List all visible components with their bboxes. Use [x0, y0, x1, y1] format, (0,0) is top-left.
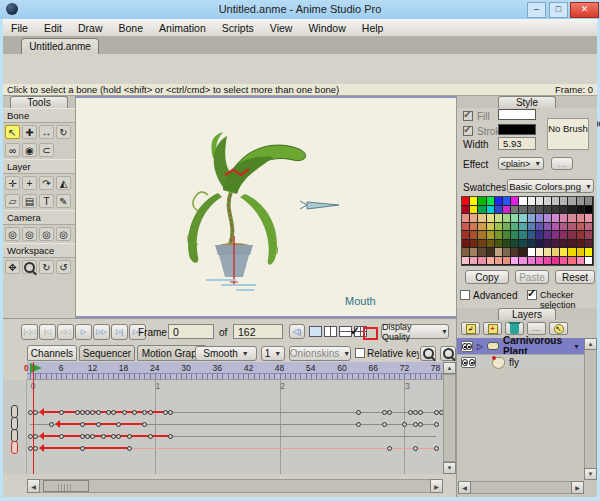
- current-frame-input[interactable]: 0: [168, 324, 214, 339]
- keyframe-dot[interactable]: [80, 422, 85, 427]
- swatch[interactable]: [552, 240, 560, 249]
- swatch[interactable]: [503, 231, 511, 240]
- timeline-scroll-down-arrow[interactable]: ▼: [443, 462, 456, 474]
- swatch[interactable]: [560, 214, 568, 223]
- keyframe-dot[interactable]: [434, 446, 439, 451]
- swatch[interactable]: [462, 206, 470, 215]
- effect-more-button[interactable]: ...: [551, 157, 573, 170]
- timeline-scroll-up-arrow[interactable]: ▲: [443, 362, 456, 374]
- swatch[interactable]: [487, 206, 495, 215]
- minimize-button[interactable]: –: [527, 2, 546, 18]
- keyframe-dot[interactable]: [59, 434, 64, 439]
- swatch[interactable]: [568, 197, 576, 206]
- swatch[interactable]: [552, 206, 560, 215]
- flip-layer-tool[interactable]: ◭: [56, 176, 71, 190]
- swatch[interactable]: [519, 248, 527, 257]
- swatch[interactable]: [462, 214, 470, 223]
- swatch[interactable]: [568, 248, 576, 257]
- scroll-right-arrow[interactable]: ▶: [571, 481, 584, 494]
- keyframe-dot[interactable]: [168, 434, 173, 439]
- tab-sequencer[interactable]: Sequencer: [79, 345, 135, 361]
- audio-button[interactable]: ◁): [289, 324, 305, 339]
- swatch[interactable]: [544, 231, 552, 240]
- canvas[interactable]: Mouth: [76, 96, 456, 318]
- swatch[interactable]: [577, 214, 585, 223]
- checker-selection-checkbox[interactable]: [527, 290, 537, 300]
- keyframe-dot[interactable]: [402, 422, 407, 427]
- effect-dropdown[interactable]: <plain>▼: [498, 157, 544, 170]
- swatch[interactable]: [462, 231, 470, 240]
- layers-vertical-scrollbar[interactable]: [584, 338, 597, 480]
- swatch[interactable]: [519, 206, 527, 215]
- swatch[interactable]: [552, 214, 560, 223]
- layer-script-button[interactable]: ↖: [549, 322, 568, 335]
- keyframe-dot[interactable]: [434, 410, 439, 415]
- keyframe-dot[interactable]: [418, 422, 423, 427]
- swatches-dropdown[interactable]: Basic Colors.png▼: [507, 179, 594, 193]
- layout-vertical-split-button[interactable]: [324, 326, 337, 337]
- swatch[interactable]: [528, 240, 536, 249]
- swatch[interactable]: [528, 257, 536, 266]
- swatch[interactable]: [560, 197, 568, 206]
- menu-item-bone[interactable]: Bone: [111, 22, 152, 34]
- swatch[interactable]: [478, 214, 486, 223]
- duplicate-layer-tool[interactable]: ▤: [22, 194, 37, 208]
- roll-camera-tool[interactable]: ◎: [39, 227, 54, 241]
- swatch[interactable]: [462, 257, 470, 266]
- reset-button[interactable]: Reset: [555, 270, 595, 284]
- swatch[interactable]: [511, 257, 519, 266]
- keyframe-dot[interactable]: [387, 446, 392, 451]
- swatch[interactable]: [585, 197, 593, 206]
- swatch[interactable]: [487, 214, 495, 223]
- swatch[interactable]: [585, 240, 593, 249]
- swatch[interactable]: [511, 206, 519, 215]
- play-button[interactable]: ▷: [75, 324, 92, 340]
- menu-item-edit[interactable]: Edit: [36, 22, 70, 34]
- keyframe-dot[interactable]: [413, 446, 418, 451]
- swatch[interactable]: [495, 223, 503, 232]
- scroll-up-arrow[interactable]: ▲: [584, 338, 597, 350]
- swatch[interactable]: [536, 223, 544, 232]
- timeline-ruler[interactable]: 6121824303642485460667278: [27, 362, 443, 374]
- jump-end-button[interactable]: ▷|: [111, 324, 128, 340]
- menu-item-help[interactable]: Help: [354, 22, 392, 34]
- keyframe-dot[interactable]: [356, 410, 361, 415]
- swatch[interactable]: [487, 240, 495, 249]
- playhead-triangle[interactable]: [30, 363, 42, 373]
- bind-points-tool[interactable]: ◉: [22, 143, 37, 157]
- rotate-workspace-tool[interactable]: ↻: [39, 260, 54, 274]
- swatch[interactable]: [470, 257, 478, 266]
- swatch[interactable]: [470, 206, 478, 215]
- keyframe-dot[interactable]: [148, 410, 153, 415]
- menu-item-draw[interactable]: Draw: [70, 22, 111, 34]
- swatch[interactable]: [495, 231, 503, 240]
- swatch[interactable]: [552, 223, 560, 232]
- swatch[interactable]: [503, 240, 511, 249]
- translate-layer-tool[interactable]: ✛: [5, 176, 20, 190]
- delete-layer-button[interactable]: [505, 322, 524, 335]
- pan-tilt-camera-tool[interactable]: ◎: [56, 227, 71, 241]
- scroll-down-arrow[interactable]: ▼: [584, 468, 597, 480]
- swatch[interactable]: [536, 206, 544, 215]
- swatch[interactable]: [568, 240, 576, 249]
- swatch[interactable]: [470, 231, 478, 240]
- document-tab[interactable]: Untitled.anme: [21, 38, 99, 55]
- keyframe-dot[interactable]: [116, 434, 121, 439]
- swatch[interactable]: [462, 248, 470, 257]
- swatch[interactable]: [577, 248, 585, 257]
- swatch[interactable]: [511, 214, 519, 223]
- swatch[interactable]: [478, 248, 486, 257]
- scrollbar-thumb[interactable]: [43, 480, 89, 492]
- swatch[interactable]: [511, 231, 519, 240]
- relative-keyframing-checkbox[interactable]: [355, 348, 365, 358]
- swatch[interactable]: [470, 240, 478, 249]
- orbit-workspace-tool[interactable]: ↺: [56, 260, 71, 274]
- swatch[interactable]: [519, 231, 527, 240]
- swatch[interactable]: [544, 206, 552, 215]
- swatch[interactable]: [487, 248, 495, 257]
- swatch[interactable]: [577, 206, 585, 215]
- stroke-checkbox[interactable]: [463, 126, 473, 136]
- swatch[interactable]: [552, 231, 560, 240]
- swatch[interactable]: [585, 257, 593, 266]
- swatch[interactable]: [487, 197, 495, 206]
